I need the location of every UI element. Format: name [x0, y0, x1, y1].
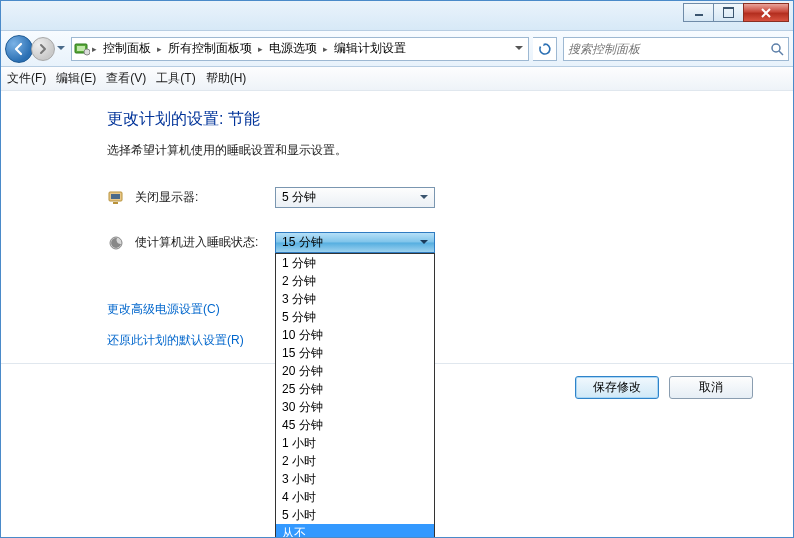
moon-icon [107, 234, 125, 252]
dropdown-option[interactable]: 5 分钟 [276, 308, 434, 326]
menu-edit[interactable]: 编辑(E) [56, 70, 96, 87]
menu-file[interactable]: 文件(F) [7, 70, 46, 87]
navbar: ▸ 控制面板 ▸ 所有控制面板项 ▸ 电源选项 ▸ 编辑计划设置 [1, 31, 793, 67]
dropdown-option[interactable]: 30 分钟 [276, 398, 434, 416]
refresh-button[interactable] [533, 37, 557, 61]
search-icon [770, 42, 784, 56]
maximize-button[interactable] [713, 3, 743, 22]
menu-view[interactable]: 查看(V) [106, 70, 146, 87]
titlebar [1, 1, 793, 31]
setting-sleep: 使计算机进入睡眠状态: 15 分钟 1 分钟2 分钟3 分钟5 分钟10 分钟1… [107, 232, 751, 253]
content: 更改计划的设置: 节能 选择希望计算机使用的睡眠设置和显示设置。 关闭显示器: … [1, 91, 793, 537]
dropdown-option[interactable]: 20 分钟 [276, 362, 434, 380]
close-button[interactable] [743, 3, 789, 22]
nav-history [5, 35, 67, 63]
dropdown-option[interactable]: 4 小时 [276, 488, 434, 506]
svg-point-2 [84, 49, 90, 55]
breadcrumb-item[interactable]: 电源选项 [265, 40, 321, 57]
svg-line-4 [779, 51, 783, 55]
minimize-button[interactable] [683, 3, 713, 22]
menu-tools[interactable]: 工具(T) [156, 70, 195, 87]
chevron-right-icon: ▸ [258, 44, 263, 54]
dropdown-option[interactable]: 1 分钟 [276, 254, 434, 272]
chevron-right-icon: ▸ [157, 44, 162, 54]
combo-value: 5 分钟 [282, 189, 416, 206]
page-title: 更改计划的设置: 节能 [107, 109, 751, 130]
svg-rect-6 [111, 194, 120, 199]
chevron-down-icon [416, 234, 432, 251]
monitor-icon [107, 189, 125, 207]
breadcrumb-item[interactable]: 所有控制面板项 [164, 40, 256, 57]
menu-help[interactable]: 帮助(H) [206, 70, 247, 87]
setting-display-off: 关闭显示器: 5 分钟 [107, 187, 751, 208]
dropdown-option[interactable]: 25 分钟 [276, 380, 434, 398]
dropdown-option[interactable]: 1 小时 [276, 434, 434, 452]
breadcrumb[interactable]: ▸ 控制面板 ▸ 所有控制面板项 ▸ 电源选项 ▸ 编辑计划设置 [71, 37, 529, 61]
svg-point-3 [772, 44, 780, 52]
search-box[interactable] [563, 37, 789, 61]
cancel-button[interactable]: 取消 [669, 376, 753, 399]
svg-rect-7 [113, 202, 118, 204]
page-subtitle: 选择希望计算机使用的睡眠设置和显示设置。 [107, 142, 751, 159]
forward-button[interactable] [31, 37, 55, 61]
dropdown-option[interactable]: 3 分钟 [276, 290, 434, 308]
sleep-combo[interactable]: 15 分钟 1 分钟2 分钟3 分钟5 分钟10 分钟15 分钟20 分钟25 … [275, 232, 435, 253]
setting-label: 关闭显示器: [135, 189, 275, 206]
save-button[interactable]: 保存修改 [575, 376, 659, 399]
combo-value: 15 分钟 [282, 234, 416, 251]
window: ▸ 控制面板 ▸ 所有控制面板项 ▸ 电源选项 ▸ 编辑计划设置 文件(F) 编… [0, 0, 794, 538]
chevron-right-icon: ▸ [323, 44, 328, 54]
dropdown-option[interactable]: 45 分钟 [276, 416, 434, 434]
dropdown-option[interactable]: 10 分钟 [276, 326, 434, 344]
history-dropdown[interactable] [55, 40, 67, 58]
back-button[interactable] [5, 35, 33, 63]
display-off-combo[interactable]: 5 分钟 [275, 187, 435, 208]
dropdown-option[interactable]: 从不 [276, 524, 434, 538]
chevron-down-icon [416, 189, 432, 206]
sleep-dropdown-list[interactable]: 1 分钟2 分钟3 分钟5 分钟10 分钟15 分钟20 分钟25 分钟30 分… [275, 253, 435, 538]
svg-rect-1 [77, 46, 85, 51]
control-panel-icon [74, 41, 90, 57]
menubar: 文件(F) 编辑(E) 查看(V) 工具(T) 帮助(H) [1, 67, 793, 91]
breadcrumb-item[interactable]: 控制面板 [99, 40, 155, 57]
dropdown-option[interactable]: 3 小时 [276, 470, 434, 488]
breadcrumb-item[interactable]: 编辑计划设置 [330, 40, 410, 57]
dropdown-option[interactable]: 15 分钟 [276, 344, 434, 362]
dropdown-option[interactable]: 2 小时 [276, 452, 434, 470]
search-input[interactable] [568, 42, 770, 56]
setting-label: 使计算机进入睡眠状态: [135, 234, 275, 251]
breadcrumb-dropdown[interactable] [512, 46, 526, 51]
dropdown-option[interactable]: 2 分钟 [276, 272, 434, 290]
dropdown-option[interactable]: 5 小时 [276, 506, 434, 524]
chevron-right-icon: ▸ [92, 44, 97, 54]
